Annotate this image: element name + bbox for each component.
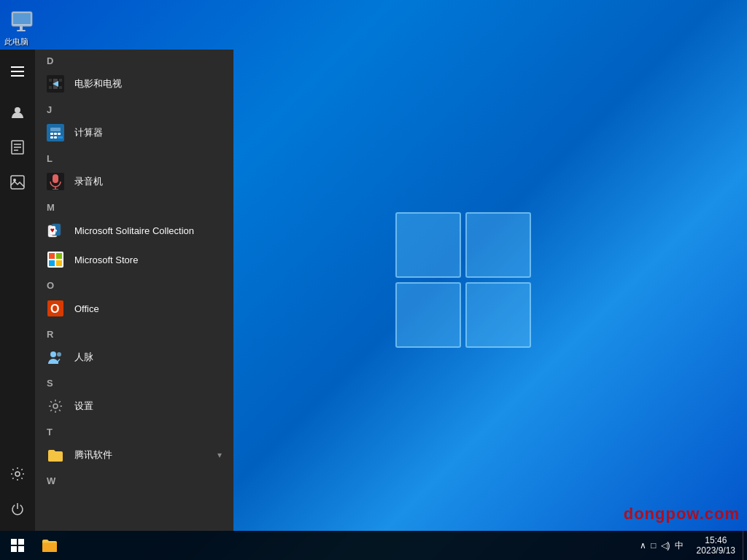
app-icon-store bbox=[47, 251, 64, 268]
app-icon-settings bbox=[47, 397, 64, 415]
tray-icon-network[interactable]: □ bbox=[651, 540, 656, 551]
app-icon-office: O bbox=[47, 300, 64, 317]
svg-rect-10 bbox=[20, 26, 23, 30]
start-icon-q2 bbox=[18, 539, 24, 545]
svg-rect-11 bbox=[17, 30, 26, 31]
app-icon-tencent-folder bbox=[47, 446, 64, 464]
svg-rect-17 bbox=[11, 176, 24, 189]
svg-point-51 bbox=[57, 352, 61, 357]
tray-icon-chevron[interactable]: ∧ bbox=[640, 540, 646, 551]
app-label-store: Microsoft Store bbox=[74, 254, 138, 265]
app-icon-recorder bbox=[47, 173, 64, 190]
hamburger-line bbox=[11, 71, 24, 72]
clock-time: 15:46 bbox=[705, 535, 727, 545]
app-item-office[interactable]: O Office bbox=[35, 294, 233, 323]
section-header-o: O bbox=[35, 274, 233, 294]
section-header-t: T bbox=[35, 421, 233, 440]
app-label-tencent: 腾讯软件 bbox=[74, 448, 112, 462]
app-icon-solitaire: ♠ ♥ bbox=[47, 222, 64, 239]
svg-rect-46 bbox=[49, 260, 55, 266]
svg-rect-3 bbox=[466, 283, 530, 347]
svg-rect-45 bbox=[56, 253, 62, 259]
section-header-d: D bbox=[35, 50, 233, 69]
svg-rect-30 bbox=[54, 133, 57, 135]
sidebar-settings-icon[interactable] bbox=[0, 458, 35, 490]
svg-rect-2 bbox=[396, 283, 460, 347]
app-item-people[interactable]: 人脉 bbox=[35, 343, 233, 372]
svg-rect-24 bbox=[49, 86, 52, 89]
svg-point-50 bbox=[50, 351, 56, 357]
taskbar-tray: ∧ □ ◁) 中 bbox=[634, 540, 689, 552]
sidebar-photos-icon[interactable] bbox=[0, 166, 35, 198]
section-header-l: L bbox=[35, 147, 233, 167]
section-header-r: R bbox=[35, 323, 233, 343]
svg-rect-32 bbox=[50, 136, 53, 139]
svg-rect-34 bbox=[58, 136, 63, 139]
app-item-calculator[interactable]: 计算器 bbox=[35, 118, 233, 147]
desktop: 此电脑 dongpow.com bbox=[0, 0, 747, 560]
taskbar-right: ∧ □ ◁) 中 15:46 2023/9/13 bbox=[634, 531, 747, 560]
svg-point-52 bbox=[53, 404, 58, 408]
windows-logo bbox=[390, 207, 536, 353]
taskbar-clock[interactable]: 15:46 2023/9/13 bbox=[689, 531, 743, 560]
taskbar-file-explorer[interactable] bbox=[35, 531, 64, 560]
show-desktop-button[interactable] bbox=[743, 531, 747, 560]
svg-point-19 bbox=[15, 472, 20, 476]
svg-text:♥: ♥ bbox=[50, 226, 55, 234]
app-label-solitaire: Microsoft Solitaire Collection bbox=[74, 225, 194, 236]
hamburger-line bbox=[11, 75, 24, 77]
app-item-store[interactable]: Microsoft Store bbox=[35, 245, 233, 274]
sidebar-file-icon[interactable] bbox=[0, 131, 35, 163]
svg-rect-23 bbox=[59, 79, 62, 82]
tray-icon-lang[interactable]: 中 bbox=[675, 540, 684, 552]
svg-point-12 bbox=[15, 107, 20, 113]
app-item-solitaire[interactable]: ♠ ♥ Microsoft Solitaire Collection bbox=[35, 216, 233, 245]
sidebar-user-icon[interactable] bbox=[0, 96, 35, 128]
tray-icon-volume[interactable]: ◁) bbox=[661, 540, 670, 551]
app-item-recorder[interactable]: 录音机 bbox=[35, 167, 233, 196]
app-label-calculator: 计算器 bbox=[74, 126, 103, 139]
clock-date: 2023/9/13 bbox=[697, 545, 735, 556]
section-header-j: J bbox=[35, 98, 233, 118]
section-header-s: S bbox=[35, 372, 233, 392]
app-item-settings[interactable]: 设置 bbox=[35, 392, 233, 421]
app-label-movies: 电影和电视 bbox=[74, 77, 122, 90]
svg-rect-31 bbox=[58, 133, 61, 135]
section-header-m: M bbox=[35, 196, 233, 216]
start-menu-sidebar bbox=[0, 50, 35, 531]
start-menu-app-list[interactable]: D 电影和电视 J bbox=[35, 50, 233, 531]
taskbar: ∧ □ ◁) 中 15:46 2023/9/13 bbox=[0, 531, 747, 560]
app-icon-movies bbox=[47, 75, 64, 93]
app-icon-people bbox=[47, 349, 64, 366]
svg-rect-29 bbox=[50, 133, 53, 135]
app-label-office: Office bbox=[74, 303, 99, 314]
app-label-people: 人脉 bbox=[74, 351, 93, 364]
svg-rect-0 bbox=[396, 213, 460, 277]
svg-rect-44 bbox=[49, 253, 55, 259]
app-item-tencent[interactable]: 腾讯软件 ▾ bbox=[35, 440, 233, 470]
start-icon-q4 bbox=[18, 546, 24, 552]
start-button[interactable] bbox=[0, 531, 35, 560]
sidebar-power-icon[interactable] bbox=[0, 493, 35, 525]
section-header-w: W bbox=[35, 470, 233, 489]
svg-rect-9 bbox=[13, 13, 31, 24]
svg-rect-35 bbox=[53, 174, 58, 183]
app-label-recorder: 录音机 bbox=[74, 175, 103, 188]
app-icon-calculator bbox=[47, 124, 64, 141]
svg-rect-28 bbox=[50, 128, 61, 131]
svg-rect-47 bbox=[56, 260, 62, 266]
tencent-expand-arrow: ▾ bbox=[217, 450, 222, 460]
taskbar-folder-icon bbox=[42, 539, 58, 552]
sidebar-bottom bbox=[0, 458, 35, 525]
svg-rect-21 bbox=[49, 79, 52, 82]
start-icon-q1 bbox=[11, 539, 17, 545]
svg-rect-1 bbox=[466, 213, 530, 277]
svg-rect-33 bbox=[54, 136, 57, 139]
start-icon bbox=[11, 539, 24, 552]
app-item-movies[interactable]: 电影和电视 bbox=[35, 69, 233, 98]
start-icon-q3 bbox=[11, 546, 17, 552]
app-label-settings: 设置 bbox=[74, 400, 93, 413]
watermark: dongpow.com bbox=[624, 505, 740, 524]
hamburger-button[interactable] bbox=[0, 55, 35, 88]
hamburger-line bbox=[11, 66, 24, 68]
